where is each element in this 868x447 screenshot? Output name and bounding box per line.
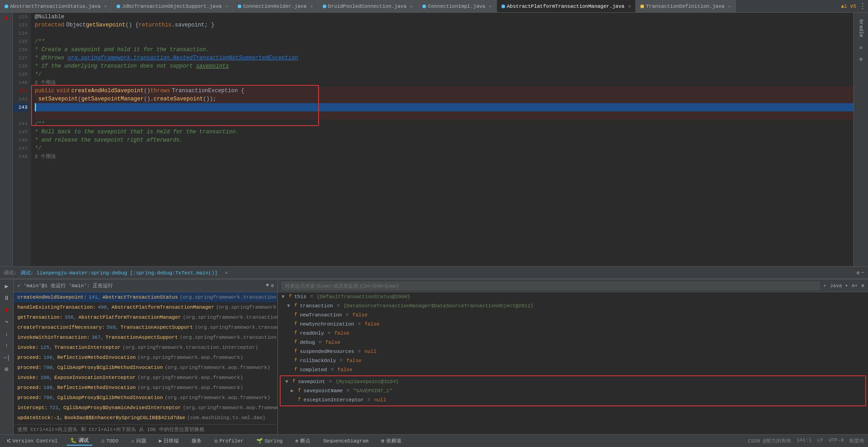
settings-icon[interactable]: ⋮ (859, 2, 866, 11)
tab-druid-pooled[interactable]: DruidPooledConnection.java ✕ (318, 0, 418, 13)
var-completed[interactable]: f completed = false (278, 365, 868, 374)
tab-connection-holder[interactable]: ConnectionHolder.java ✕ (233, 0, 318, 13)
spring-label: Spring (265, 438, 283, 444)
var-savepoint[interactable]: ▼ f savepoint = {MysqlSavepoint@3194} (282, 377, 864, 386)
debug-status-icon: 🐛 (70, 437, 77, 443)
line-num-143: 143 (13, 103, 27, 111)
frame-item-9[interactable]: proceed: 199, ReflectiveMethodInvocation… (14, 383, 277, 393)
debug-session-bar: 调试: 调试: lianpengju-master:spring-debug [… (0, 266, 868, 279)
frame-item-4[interactable]: invokeWithinTransaction: 367, Transactio… (14, 332, 277, 342)
minimize-icon[interactable]: ─ (861, 270, 864, 275)
status-spring[interactable]: 🌱 Spring (253, 437, 287, 445)
line-num-139: 139 (13, 70, 27, 79)
tab-close-icon[interactable]: ✕ (489, 4, 492, 9)
frame-item-6[interactable]: proceed: 199, ReflectiveMethodInvocation… (14, 352, 277, 363)
status-problems[interactable]: ⚠ 问题 (128, 436, 150, 445)
right-btn-2[interactable]: ⚙ (856, 54, 867, 64)
breakpoint-icon[interactable]: ● (4, 15, 8, 22)
code-line-138: * if the underlying transaction does not… (35, 62, 853, 70)
frame-item-2[interactable]: getTransaction: 356, AbstractPlatformTra… (14, 312, 277, 322)
bp-label: 断点 (300, 437, 310, 444)
var-debug[interactable]: f debug = false (278, 338, 868, 347)
tab-close-icon[interactable]: ✕ (410, 4, 413, 9)
evaluate-btn[interactable]: ⊞ (2, 364, 12, 374)
var-new-transaction[interactable]: f newTransaction = false (278, 310, 868, 320)
problems-icon: ⚠ (131, 438, 134, 444)
expand-vars-icon[interactable]: ⊕ (861, 283, 864, 289)
tab-close-icon[interactable]: ✕ (310, 4, 313, 9)
position-label: 141:1 (797, 437, 812, 444)
tab-abstract-platform[interactable]: AbstractPlatformTransactionManager.java … (497, 0, 636, 13)
tab-icon (323, 5, 326, 8)
var-exception-interceptor[interactable]: f exceptionInterceptor = null (282, 395, 864, 405)
frame-list[interactable]: createAndHoldSavepoint: 141, AbstractTra… (14, 292, 277, 424)
tab-jdbc-transaction[interactable]: JdbcTransactionObjectSupport.java ✕ (112, 0, 233, 13)
tab-close-icon[interactable]: ✕ (104, 4, 107, 9)
status-terminal[interactable]: ▶ 日终端 (155, 436, 183, 445)
frame-item-12[interactable]: updateStock:-1, BookDao$$EnhancerBySprin… (14, 413, 277, 423)
code-line-148-usage: 2 个用法 (35, 153, 853, 161)
session-name[interactable]: 调试: lianpengju-master:spring-debug [:spr… (21, 269, 218, 276)
tab-label: DruidPooledConnection.java (328, 4, 407, 9)
add-watch-icon[interactable]: + (823, 283, 826, 289)
step-out-btn[interactable]: ↑ (2, 341, 12, 351)
code-content[interactable]: @Nullable protected Object getSavepoint … (31, 13, 853, 266)
status-todo[interactable]: ☑ TODO (98, 437, 122, 445)
extra-label: 制度布 (849, 437, 864, 444)
frame-item-3[interactable]: createTransactionIfNecessary: 588, Trans… (14, 322, 277, 332)
var-suspended[interactable]: f suspendedResources = null (278, 347, 868, 356)
vars-toolbar: + Java ▾ A+ ⊕ (278, 279, 868, 292)
status-debug[interactable]: 🐛 调试 (67, 436, 92, 446)
todo-icon: ☑ (101, 438, 105, 444)
gradle-icon[interactable]: Gradle (857, 15, 866, 42)
var-this[interactable]: ▼ f this = {DefaultTransactionStatus@290… (278, 292, 868, 301)
code-line-gap (35, 111, 853, 120)
tab-label: ConnectionHolder.java (243, 4, 307, 9)
var-savepoint-name[interactable]: ▶ f savepointName = "SAVEPOINT_1" (282, 386, 864, 395)
tab-close-icon[interactable]: ✕ (628, 4, 631, 9)
var-new-sync[interactable]: f newSynchronization = false (278, 320, 868, 329)
tab-icon (238, 5, 241, 8)
frame-item-0[interactable]: createAndHoldSavepoint: 141, AbstractTra… (14, 292, 277, 302)
var-rollback-only[interactable]: f rollbackOnly = false (278, 356, 868, 365)
status-services[interactable]: 服务 (188, 436, 205, 445)
pause-btn[interactable]: ⏸ (2, 293, 12, 303)
right-btn-1[interactable]: ≡ (856, 43, 867, 53)
stop-btn[interactable]: ■ (2, 305, 12, 315)
var-transaction[interactable]: ▼ f transaction = {DataSourceTransaction… (278, 301, 868, 310)
frame-item-7[interactable]: proceed: 780, CglibAopProxy$CglibMethodI… (14, 363, 277, 373)
frame-item-1[interactable]: handleExistingTransaction: 490, Abstract… (14, 302, 277, 312)
status-sequence[interactable]: SequenceDiagram (320, 437, 372, 445)
tab-transaction-definition[interactable]: TransactionDefinition.java ✕ (636, 0, 736, 13)
status-bar: ⑆ Version Control 🐛 调试 ☑ TODO ⚠ 问题 ▶ 日终端… (0, 434, 868, 447)
frames-toolbar-right: ▼ ⚙ (266, 283, 274, 289)
font-size-icon[interactable]: A+ (852, 283, 857, 289)
status-deps[interactable]: ⊞ 依赖项 (378, 436, 405, 445)
var-read-only[interactable]: f readOnly = false (278, 329, 868, 338)
settings-debug-icon[interactable]: ⚙ (857, 270, 860, 276)
run-to-cursor-btn[interactable]: →| (2, 352, 12, 363)
status-breakpoints[interactable]: ⊕ 断点 (292, 436, 314, 445)
code-line-147: */ (35, 144, 853, 153)
deps-label: 依赖项 (386, 437, 401, 444)
step-over-btn[interactable]: ↷ (2, 317, 12, 327)
filter-icon[interactable]: ▼ (266, 283, 269, 289)
step-into-btn[interactable]: ↓ (2, 329, 12, 339)
frame-item-8[interactable]: invoke: 100, ExposeInvocationInterceptor… (14, 373, 277, 383)
frame-item-5[interactable]: invoke: 125, TransactionInterceptor (org… (14, 342, 277, 352)
deps-icon: ⊞ (381, 438, 384, 444)
tab-abstract-transaction-status[interactable]: AbstractTransactionStatus.java ✕ (0, 0, 112, 13)
close-session[interactable]: ✕ (225, 270, 228, 276)
tab-connection-impl[interactable]: ConnectionImpl.java ✕ (418, 0, 496, 13)
frame-item-11[interactable]: intercept: 721, CglibAopProxy$DynamicAdv… (14, 403, 277, 413)
status-version-control[interactable]: ⑆ Version Control (4, 437, 61, 445)
debug-right-icons: ⚙ ─ (857, 270, 864, 276)
java-lang-selector[interactable]: Java ▾ (830, 283, 848, 289)
settings-frames-icon[interactable]: ⚙ (271, 283, 274, 289)
status-profiler[interactable]: ◎ Profiler (211, 437, 247, 445)
resume-btn[interactable]: ▶ (2, 281, 12, 291)
tab-close-icon[interactable]: ✕ (225, 4, 228, 9)
expression-input[interactable] (282, 282, 820, 290)
tab-close-icon[interactable]: ✕ (728, 4, 731, 9)
frame-item-10[interactable]: proceed: 780, CglibAopProxy$CglibMethodI… (14, 393, 277, 403)
